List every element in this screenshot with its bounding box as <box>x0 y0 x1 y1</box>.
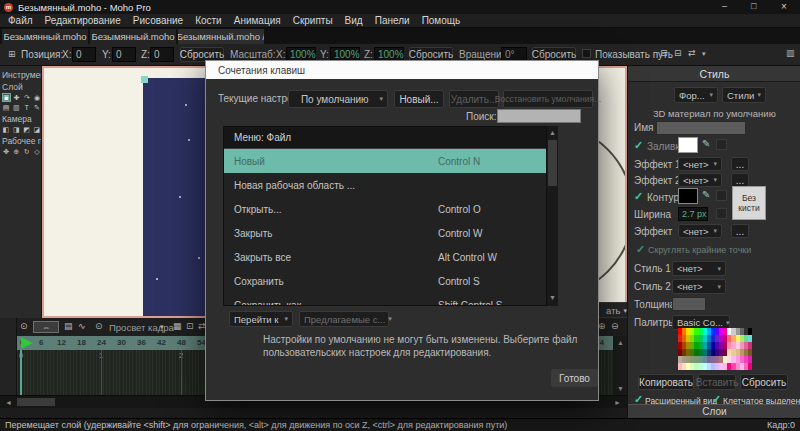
shortcut-row[interactable]: Новый Control N <box>224 149 546 173</box>
menu-item-animation[interactable]: Анимация <box>228 15 287 26</box>
scrollbar-thumb[interactable] <box>17 398 55 406</box>
style1-dropdown[interactable]: <нет>▾ <box>672 261 726 276</box>
fill-pencil-icon[interactable]: ✎ <box>702 138 710 149</box>
minimize-button[interactable]: – <box>722 1 727 11</box>
menu-item-edit[interactable]: Редактирование <box>39 15 127 26</box>
playhead-marker[interactable] <box>21 337 33 349</box>
pencil-tool-icon[interactable]: ✎ <box>33 103 41 112</box>
add-point-tool-icon[interactable]: ✚ <box>13 93 21 102</box>
scroll-left-icon[interactable]: ◄ <box>5 399 12 406</box>
selection-handle[interactable] <box>141 76 148 83</box>
palette-grid[interactable] <box>678 328 752 370</box>
menu-item-file[interactable]: Файл <box>2 15 39 26</box>
scroll-up-icon[interactable]: ▲ <box>549 129 556 136</box>
zoom-workspace-tool-icon[interactable]: ⊕ <box>12 147 20 156</box>
shape-tool-icon[interactable]: ▤ <box>2 103 10 112</box>
effect1-more-button[interactable]: ... <box>731 157 749 171</box>
timeline-link-icon[interactable]: ⊡ <box>186 322 194 331</box>
width-option-box[interactable] <box>716 208 727 219</box>
preset-dropdown[interactable]: По умолчанию▾ <box>288 90 388 108</box>
timeline-keys-icon[interactable]: ⊙ <box>20 322 28 331</box>
shortcut-row[interactable]: Сохранить как Shift Control S <box>224 293 546 306</box>
style-panel-title[interactable]: Стиль <box>628 66 800 82</box>
scroll-right-icon[interactable]: ► <box>614 399 621 406</box>
reset-style-button[interactable]: Сбросить <box>740 374 788 390</box>
scrollbar-thumb[interactable] <box>548 140 557 186</box>
orbit-workspace-tool-icon[interactable]: ◇ <box>33 147 41 156</box>
palette-swatch[interactable] <box>748 335 752 342</box>
show-path-checkbox[interactable] <box>582 49 591 58</box>
maximize-button[interactable]: □ <box>751 1 756 11</box>
palette-swatch[interactable] <box>748 328 752 335</box>
menu-item-help[interactable]: Помощь <box>416 15 467 26</box>
timeline-channels-toggle[interactable]: ⇔ <box>33 321 59 333</box>
outline-color-swatch[interactable] <box>678 188 698 204</box>
outline-pencil-icon[interactable]: ✎ <box>702 189 710 200</box>
camera-pan-tool-icon[interactable]: ◪ <box>33 125 41 134</box>
swap-axes-icon[interactable]: ⇄ <box>688 49 696 58</box>
close-button[interactable]: × <box>781 1 787 12</box>
shortcut-row[interactable]: Закрыть все Alt Control W <box>224 245 546 269</box>
timeline-vertical-scrollbar[interactable]: ▲ ▼ <box>613 336 627 395</box>
width-input[interactable]: 2.7 px <box>678 207 708 221</box>
position-z-input[interactable]: 0 <box>150 47 174 62</box>
panel-toggle-icon[interactable]: ▥ <box>786 49 795 58</box>
outline-effect-more-button[interactable]: ... <box>731 224 749 238</box>
new-preset-button[interactable]: Новый... <box>394 90 444 108</box>
paint-tool-icon[interactable]: ▥ <box>12 103 20 112</box>
effect1-dropdown[interactable]: <нет>▾ <box>678 157 722 171</box>
transform-layer-tool-icon[interactable]: ▣ <box>2 93 11 102</box>
text-tool-icon[interactable]: T <box>23 103 31 112</box>
shortcut-row[interactable]: Закрыть Control W <box>224 221 546 245</box>
outline-checkbox[interactable]: ✓ <box>634 191 643 202</box>
menu-item-panels[interactable]: Панели <box>369 15 416 26</box>
shortcut-row[interactable]: Сохранить Control S <box>224 269 546 293</box>
paste-style-button[interactable]: Вставить <box>698 374 736 390</box>
layers-panel-title[interactable]: Слои <box>628 404 800 418</box>
position-x-input[interactable]: 0 <box>72 47 96 62</box>
suggested-dropdown[interactable]: Предлагаемые с...▾ <box>299 311 389 327</box>
goto-dropdown[interactable]: Перейти к▾ <box>229 311 293 327</box>
tab-document-1[interactable]: Безымянный.moho <box>2 29 88 44</box>
camera-track-tool-icon[interactable]: ◧ <box>2 125 10 134</box>
style2-dropdown[interactable]: <нет>▾ <box>672 279 726 294</box>
no-brush-button[interactable]: Без кисти <box>732 186 766 220</box>
copy-style-button[interactable]: Копировать <box>638 374 694 390</box>
scroll-up-icon[interactable]: ▲ <box>617 339 624 346</box>
shortcut-list[interactable]: Меню: Файл Новый Control N Новая рабочая… <box>223 126 547 306</box>
fill-color-swatch[interactable] <box>678 137 698 153</box>
timeline-layers-icon[interactable]: ▤ <box>64 322 73 331</box>
menu-item-view[interactable]: Вид <box>339 15 369 26</box>
scroll-down-icon[interactable]: ▼ <box>549 294 556 301</box>
timeline-grid-icon[interactable]: ▦ <box>173 322 182 331</box>
effect2-more-button[interactable]: ... <box>731 173 749 187</box>
fill-checkbox[interactable]: ✓ <box>634 140 643 151</box>
round-caps-checkbox[interactable]: ✓ <box>636 243 645 256</box>
shortcut-row[interactable]: Новая рабочая область ... <box>224 173 546 197</box>
palette-swatch[interactable] <box>748 363 752 370</box>
form-dropdown[interactable]: Фор...▾ <box>674 87 718 103</box>
palette-swatch[interactable] <box>748 356 752 363</box>
styles-dropdown[interactable]: Стили▾ <box>722 87 766 103</box>
onion-skin-icon[interactable]: ⊙ <box>95 322 103 331</box>
scroll-down-icon[interactable]: ▼ <box>617 385 624 392</box>
palette-swatch[interactable] <box>748 342 752 349</box>
outline-effect-dropdown[interactable]: <нет>▾ <box>678 224 722 238</box>
delete-preset-button[interactable]: Удалить... <box>449 90 499 108</box>
effect2-dropdown[interactable]: <нет>▾ <box>678 173 722 187</box>
outline-option-box[interactable] <box>716 190 727 201</box>
flip-icon[interactable]: ⊟ <box>674 49 682 58</box>
done-button[interactable]: Готово <box>551 369 598 387</box>
camera-roll-tool-icon[interactable]: ◩ <box>23 125 31 134</box>
toolbar-caret-icon[interactable]: ▾ <box>702 50 706 57</box>
magnet-tool-icon[interactable]: ◉ <box>33 93 41 102</box>
fill-option-box[interactable] <box>716 139 727 150</box>
menu-item-scripts[interactable]: Скрипты <box>287 15 339 26</box>
list-scrollbar[interactable]: ▲ ▼ <box>547 126 558 306</box>
thickness-field[interactable] <box>672 297 706 311</box>
timeline-zoom-out-icon[interactable]: ⊖ <box>611 322 619 331</box>
camera-zoom-tool-icon[interactable]: ◨ <box>12 125 20 134</box>
chevron-down-icon[interactable]: ▾ <box>160 323 164 330</box>
rotate-workspace-tool-icon[interactable]: ↻ <box>23 147 31 156</box>
timeline-zoom-in-icon[interactable]: ⊕ <box>598 322 606 331</box>
